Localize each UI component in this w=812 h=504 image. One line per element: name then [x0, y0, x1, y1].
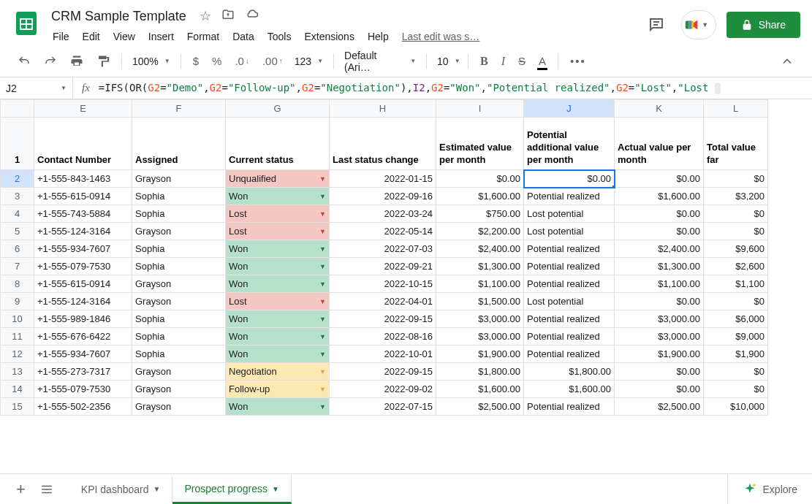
sheet-tab-prospect-progress[interactable]: Prospect progress▼: [172, 474, 292, 504]
cell[interactable]: 2022-10-15: [330, 275, 436, 293]
move-icon[interactable]: [221, 8, 235, 24]
paint-format-button[interactable]: [91, 50, 115, 72]
text-color-button[interactable]: A: [533, 50, 552, 72]
row-header[interactable]: 13: [1, 363, 34, 381]
cell[interactable]: $3,200: [704, 188, 768, 205]
sheet-tab-kpi-dashboard[interactable]: KPI dashboard▼: [69, 476, 173, 503]
header-cell[interactable]: Assigned: [132, 118, 226, 170]
cell[interactable]: $750.00: [436, 205, 524, 223]
cell[interactable]: 2022-04-01: [330, 293, 436, 310]
font-size-select[interactable]: 10: [433, 53, 462, 70]
cell[interactable]: Won▼: [226, 398, 330, 416]
cell[interactable]: $3,000.00: [436, 310, 524, 328]
row-header[interactable]: 12: [1, 345, 34, 363]
dropdown-arrow-icon[interactable]: ▼: [319, 403, 326, 411]
cell[interactable]: $0.00: [615, 293, 704, 310]
row-header[interactable]: 5: [1, 223, 34, 240]
cell[interactable]: $1,800.00: [436, 363, 524, 381]
cell[interactable]: Grayson: [132, 293, 226, 310]
menu-data[interactable]: Data: [227, 28, 260, 45]
cell[interactable]: Potential realized: [524, 310, 615, 328]
cell[interactable]: $0: [704, 381, 768, 398]
cell[interactable]: $0: [704, 363, 768, 381]
collapse-toolbar-button[interactable]: [774, 50, 800, 73]
name-box[interactable]: J2▼: [0, 77, 73, 99]
column-header[interactable]: K: [615, 100, 704, 118]
cell[interactable]: $0: [704, 223, 768, 240]
document-title[interactable]: CRM Sample Template: [47, 7, 191, 26]
cell[interactable]: $1,900: [704, 345, 768, 363]
cell[interactable]: Unqualified▼: [226, 170, 330, 188]
cell[interactable]: 2022-03-24: [330, 205, 436, 223]
column-header[interactable]: E: [34, 100, 132, 118]
header-cell[interactable]: Total value far: [704, 118, 768, 170]
cell[interactable]: 2022-05-14: [330, 223, 436, 240]
italic-button[interactable]: I: [496, 50, 511, 72]
cell[interactable]: Lost▼: [226, 205, 330, 223]
menu-extensions[interactable]: Extensions: [298, 28, 360, 45]
cell[interactable]: Won▼: [226, 240, 330, 258]
cell[interactable]: Lost▼: [226, 223, 330, 240]
dropdown-arrow-icon[interactable]: ▼: [319, 263, 326, 270]
add-sheet-button[interactable]: +: [12, 476, 30, 503]
cell[interactable]: $0.00: [615, 170, 704, 188]
strikethrough-button[interactable]: S: [512, 50, 531, 72]
row-header[interactable]: 2: [1, 170, 34, 188]
cell[interactable]: +1-555-502-2356: [34, 398, 132, 416]
cell[interactable]: $1,800.00: [524, 363, 615, 381]
cell[interactable]: $3,000.00: [615, 328, 704, 345]
last-edit-link[interactable]: Last edit was s…: [396, 28, 486, 45]
cell[interactable]: $2,600: [704, 258, 768, 275]
cell[interactable]: 2022-09-16: [330, 188, 436, 205]
cell[interactable]: $0.00: [524, 170, 615, 188]
cell[interactable]: $1,100.00: [615, 275, 704, 293]
sheets-logo[interactable]: [12, 9, 41, 38]
cell[interactable]: +1-555-079-7530: [34, 381, 132, 398]
menu-edit[interactable]: Edit: [77, 28, 106, 45]
dropdown-arrow-icon[interactable]: ▼: [319, 280, 326, 288]
cell[interactable]: 2022-09-02: [330, 381, 436, 398]
cell[interactable]: Won▼: [226, 275, 330, 293]
cell[interactable]: $1,600.00: [436, 381, 524, 398]
cell[interactable]: $0.00: [615, 205, 704, 223]
cell[interactable]: Sophia: [132, 310, 226, 328]
cell[interactable]: +1-555-124-3164: [34, 223, 132, 240]
cell[interactable]: $1,100.00: [436, 275, 524, 293]
bold-button[interactable]: B: [474, 50, 494, 72]
cell[interactable]: $0: [704, 205, 768, 223]
share-button[interactable]: Share: [726, 12, 800, 38]
cell[interactable]: +1-555-934-7607: [34, 345, 132, 363]
cell[interactable]: Grayson: [132, 398, 226, 416]
formula-input[interactable]: =IFS(OR(G2="Demo",G2="Follow-up",G2="Neg…: [99, 82, 812, 94]
cell[interactable]: Won▼: [226, 345, 330, 363]
print-button[interactable]: [64, 50, 89, 72]
header-cell[interactable]: Contact Number: [34, 118, 132, 170]
cell[interactable]: $3,000.00: [436, 328, 524, 345]
dropdown-arrow-icon[interactable]: ▼: [319, 175, 326, 183]
cell[interactable]: Sophia: [132, 240, 226, 258]
row-header[interactable]: 9: [1, 293, 34, 310]
row-header[interactable]: 1: [1, 118, 34, 170]
cell[interactable]: $2,200.00: [436, 223, 524, 240]
cell[interactable]: +1-555-676-6422: [34, 328, 132, 345]
number-format-select[interactable]: 123: [290, 53, 327, 70]
dropdown-arrow-icon[interactable]: ▼: [319, 316, 326, 323]
cell[interactable]: Won▼: [226, 310, 330, 328]
cell[interactable]: $1,900.00: [615, 345, 704, 363]
header-cell[interactable]: Actual value per month: [615, 118, 704, 170]
cell[interactable]: $2,400.00: [615, 240, 704, 258]
row-header[interactable]: 7: [1, 258, 34, 275]
dropdown-arrow-icon[interactable]: ▼: [319, 210, 326, 218]
cell[interactable]: +1-555-934-7607: [34, 240, 132, 258]
currency-button[interactable]: $: [187, 50, 205, 72]
header-cell[interactable]: Last status change: [330, 118, 436, 170]
cell[interactable]: +1-555-615-0914: [34, 188, 132, 205]
cell[interactable]: +1-555-989-1846: [34, 310, 132, 328]
percent-button[interactable]: %: [206, 50, 227, 72]
cell[interactable]: $6,000: [704, 310, 768, 328]
dropdown-arrow-icon[interactable]: ▼: [319, 245, 326, 253]
cell[interactable]: $0.00: [615, 223, 704, 240]
menu-format[interactable]: Format: [181, 28, 225, 45]
cell[interactable]: Won▼: [226, 258, 330, 275]
cell[interactable]: Potential realized: [524, 275, 615, 293]
